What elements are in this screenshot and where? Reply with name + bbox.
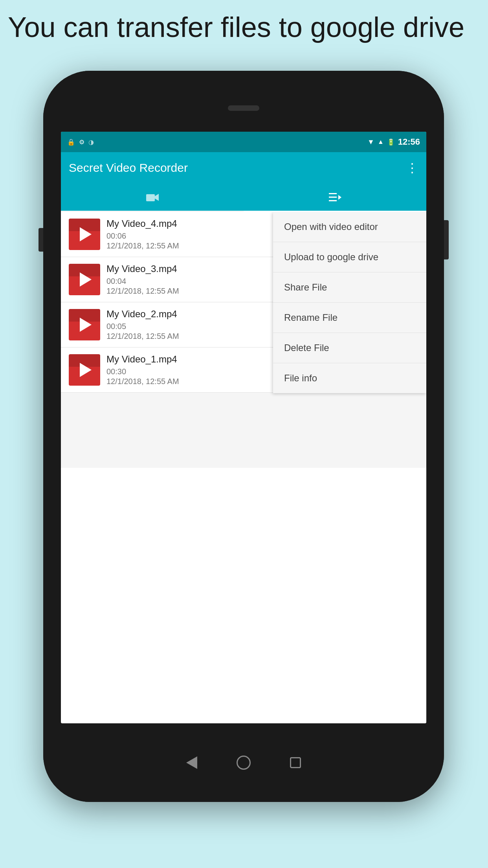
- volume-button: [39, 228, 43, 252]
- phone-speaker: [228, 105, 259, 111]
- nav-back-button[interactable]: [186, 756, 197, 769]
- context-menu-item-rename[interactable]: Rename File: [273, 303, 426, 333]
- battery-icon: 🔋: [387, 138, 395, 146]
- phone-screen: 🔒 ⚙ ◑ ▼ ▲ 🔋 12:56 Secret Video Recorder …: [61, 132, 426, 723]
- status-time: 12:56: [398, 137, 420, 147]
- tab-camera[interactable]: [61, 184, 244, 212]
- svg-rect-3: [329, 197, 337, 198]
- signal-icon: ▲: [378, 138, 384, 145]
- home-circle-icon: [237, 756, 251, 770]
- sync-icon: ◑: [88, 138, 94, 146]
- video-thumbnail-3: [69, 264, 100, 295]
- more-options-button[interactable]: ⋮: [406, 160, 418, 175]
- svg-rect-0: [146, 194, 155, 201]
- phone-frame: 🔒 ⚙ ◑ ▼ ▲ 🔋 12:56 Secret Video Recorder …: [43, 71, 444, 802]
- context-menu-item-share[interactable]: Share File: [273, 272, 426, 303]
- nav-recent-button[interactable]: [290, 757, 301, 768]
- play-button-4: [80, 227, 92, 241]
- video-thumbnail-4: [69, 219, 100, 250]
- phone-bottom-nav: [43, 723, 444, 802]
- tab-bar: [61, 184, 426, 212]
- svg-rect-4: [329, 200, 337, 201]
- svg-marker-1: [155, 194, 159, 201]
- status-left-icons: 🔒 ⚙ ◑: [67, 138, 94, 146]
- page-title: You can transfer files to google drive: [8, 12, 479, 43]
- video-thumbnail-2: [69, 309, 100, 340]
- context-menu-item-upload-google[interactable]: Upload to google drive: [273, 242, 426, 272]
- status-bar: 🔒 ⚙ ◑ ▼ ▲ 🔋 12:56: [61, 132, 426, 152]
- wifi-icon: ▼: [367, 138, 374, 146]
- video-thumbnail-1: [69, 354, 100, 386]
- play-button-3: [80, 272, 92, 287]
- list-area: My Video_4.mp4 00:06 12/1/2018, 12:55 AM…: [61, 212, 426, 468]
- power-button: [444, 220, 449, 259]
- context-menu-item-delete[interactable]: Delete File: [273, 333, 426, 363]
- screen-content: 🔒 ⚙ ◑ ▼ ▲ 🔋 12:56 Secret Video Recorder …: [61, 132, 426, 723]
- play-button-1: [80, 363, 92, 377]
- app-title: Secret Video Recorder: [69, 161, 188, 175]
- back-arrow-icon: [186, 756, 197, 769]
- screen-lock-icon: 🔒: [67, 138, 75, 146]
- context-menu-item-info[interactable]: File info: [273, 363, 426, 393]
- settings-icon: ⚙: [79, 138, 84, 146]
- screen-bottom-white: [61, 468, 426, 724]
- app-bar: Secret Video Recorder ⋮: [61, 152, 426, 184]
- recent-square-icon: [290, 757, 301, 768]
- status-right-icons: ▼ ▲ 🔋 12:56: [367, 137, 420, 147]
- tab-list[interactable]: [244, 184, 426, 212]
- context-menu: Open with video editor Upload to google …: [273, 212, 426, 393]
- svg-marker-5: [338, 195, 341, 200]
- play-button-2: [80, 318, 92, 332]
- phone-top: [43, 71, 444, 134]
- nav-home-button[interactable]: [237, 756, 251, 770]
- context-menu-item-open-editor[interactable]: Open with video editor: [273, 212, 426, 242]
- svg-rect-2: [329, 193, 337, 194]
